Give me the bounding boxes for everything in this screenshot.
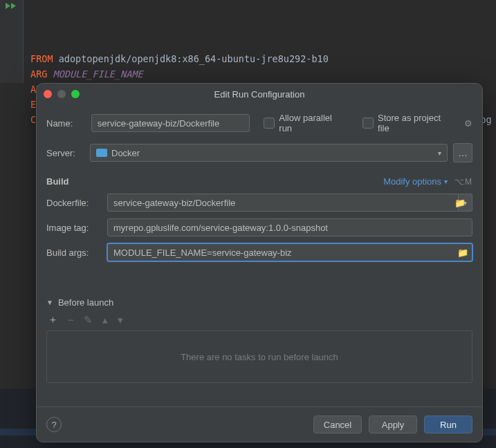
build-args-input[interactable]: MODULE_FILE_NAME=service-gateway-biz 📁	[107, 243, 472, 261]
store-as-project-file-checkbox[interactable]: Store as project file	[362, 113, 454, 133]
server-label: Server:	[46, 148, 84, 158]
build-section-title: Build	[46, 176, 69, 187]
svg-marker-0	[6, 3, 10, 9]
modify-options-link[interactable]: Modify options ▾	[383, 176, 448, 187]
gutter	[0, 0, 24, 83]
server-combo-value: Docker	[111, 148, 140, 158]
move-up-button: ▴	[102, 314, 108, 326]
run-button-label: Run	[440, 420, 457, 430]
remove-task-button: −	[68, 314, 74, 326]
chevron-down-icon: ▾	[438, 149, 441, 157]
svg-marker-1	[11, 3, 16, 9]
disclosure-triangle-icon: ▼	[46, 299, 53, 306]
run-gutter-icon[interactable]	[6, 3, 18, 12]
modify-options-label: Modify options	[383, 176, 441, 187]
move-down-button: ▾	[118, 314, 123, 326]
dialog-title: Edit Run Configuration	[37, 89, 482, 100]
build-args-label: Build args:	[46, 248, 100, 258]
ellipsis-icon: …	[458, 147, 468, 158]
dockerfile-label: Dockerfile:	[46, 198, 100, 208]
dockerfile-input[interactable]: service-gateway-biz/Dockerfile 📁	[107, 194, 459, 212]
image-tag-input[interactable]: myrepo.gpluslife.com/service-gateway:1.0…	[107, 218, 472, 236]
before-launch-task-list: There are no tasks to run before launch	[46, 330, 472, 383]
folder-icon[interactable]: 📁	[454, 198, 466, 208]
before-launch-header[interactable]: ▼ Before launch	[46, 297, 472, 308]
add-task-button[interactable]: ＋	[48, 313, 58, 326]
edit-run-config-dialog: Edit Run Configuration Name: service-gat…	[36, 83, 483, 442]
apply-button[interactable]: Apply	[369, 416, 417, 433]
chevron-down-icon: ▾	[444, 178, 448, 185]
checkbox-icon	[264, 118, 275, 129]
dockerfile-input-value: service-gateway-biz/Dockerfile	[113, 198, 235, 208]
before-launch-empty-text: There are no tasks to run before launch	[181, 352, 338, 362]
modify-options-shortcut: ⌥M	[454, 177, 472, 187]
before-launch-label: Before launch	[58, 297, 113, 308]
allow-parallel-label: Allow parallel run	[279, 113, 347, 133]
docker-icon	[96, 149, 107, 157]
name-input[interactable]: service-gateway-biz/Dockerfile	[91, 114, 250, 132]
build-args-input-value: MODULE_FILE_NAME=service-gateway-biz	[113, 248, 292, 258]
server-combo[interactable]: Docker ▾	[90, 144, 448, 162]
image-tag-input-value: myrepo.gpluslife.com/service-gateway:1.0…	[113, 223, 328, 233]
name-input-value: service-gateway-biz/Dockerfile	[98, 118, 219, 129]
allow-parallel-checkbox[interactable]: Allow parallel run	[264, 113, 347, 133]
apply-button-label: Apply	[382, 420, 405, 430]
edit-task-button: ✎	[84, 314, 93, 326]
folder-icon[interactable]: 📁	[457, 248, 468, 258]
server-browse-button[interactable]: …	[453, 143, 472, 162]
checkbox-icon	[362, 118, 374, 129]
image-tag-label: Image tag:	[46, 223, 100, 233]
help-button[interactable]: ?	[46, 417, 62, 432]
gear-icon[interactable]: ⚙	[464, 118, 472, 129]
help-icon: ?	[51, 420, 56, 430]
dialog-titlebar: Edit Run Configuration	[37, 84, 482, 104]
cancel-button[interactable]: Cancel	[313, 416, 362, 433]
name-label: Name:	[46, 118, 84, 129]
code-editor: FROM adoptopenjdk/openjdk8:x86_64-ubuntu…	[0, 0, 496, 83]
store-as-file-label: Store as project file	[378, 113, 454, 133]
run-button[interactable]: Run	[424, 416, 472, 433]
cancel-button-label: Cancel	[324, 420, 351, 430]
